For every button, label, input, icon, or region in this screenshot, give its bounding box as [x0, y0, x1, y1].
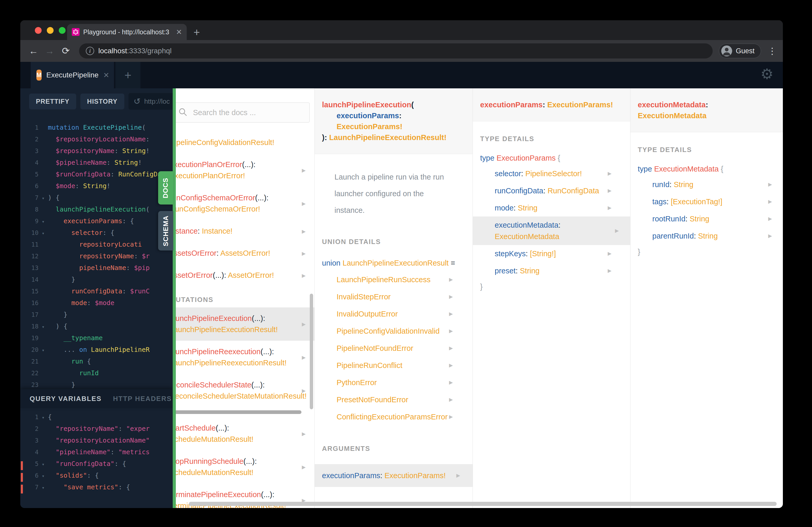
- expand-arrow-icon[interactable]: ▶: [449, 374, 453, 391]
- expand-arrow-icon[interactable]: ▶: [768, 179, 772, 190]
- expand-arrow-icon[interactable]: ▶: [449, 322, 453, 340]
- query-editor[interactable]: 1mutation ExecutePipeline(2 $repositoryL…: [20, 114, 173, 389]
- fold-toggle-icon[interactable]: ▾: [39, 230, 48, 236]
- back-icon[interactable]: ←: [27, 45, 41, 56]
- expand-arrow-icon[interactable]: ▶: [456, 470, 460, 481]
- reload-icon[interactable]: ⟳: [59, 45, 73, 56]
- editor-line[interactable]: 8 launchPipelineExecution(: [20, 206, 173, 217]
- editor-line[interactable]: 22 runId: [20, 369, 173, 381]
- tab-close-icon[interactable]: ✕: [176, 28, 182, 36]
- fold-toggle-icon[interactable]: ▾: [39, 219, 48, 224]
- expand-arrow-icon[interactable]: ▶: [302, 226, 306, 237]
- type-field-item[interactable]: tags: [ExecutionTag!]▶: [638, 193, 775, 210]
- editor-line[interactable]: 21 run {: [20, 358, 173, 369]
- fold-toggle-icon[interactable]: ▾: [39, 473, 48, 479]
- expand-arrow-icon[interactable]: ▶: [302, 319, 306, 330]
- expand-arrow-icon[interactable]: ▶: [302, 385, 306, 396]
- doc-field-item[interactable]: assetOrError(...): AssetOrError!▶: [176, 264, 315, 286]
- expand-arrow-icon[interactable]: ▶: [608, 168, 611, 179]
- type-field-item[interactable]: runId: String▶: [638, 176, 775, 193]
- expand-arrow-icon[interactable]: ▶: [768, 230, 772, 242]
- doc-field-item[interactable]: assetsOrError: AssetsOrError!▶: [176, 242, 315, 264]
- editor-line[interactable]: 12 repositoryName: $r: [20, 252, 173, 264]
- window-controls[interactable]: [35, 27, 66, 34]
- type-field-item[interactable]: selector: PipelineSelector!▶: [480, 165, 623, 182]
- editor-line[interactable]: 10▾ selector: {: [20, 229, 173, 241]
- editor-line[interactable]: 1▾{: [20, 413, 173, 425]
- variables-editor[interactable]: 1▾{2 "repositoryName": "exper3 "reposito…: [20, 408, 173, 508]
- union-member-item[interactable]: InvalidOutputError▶: [322, 305, 465, 322]
- fold-toggle-icon[interactable]: ▾: [39, 324, 48, 330]
- doc-field-item[interactable]: startSchedule(...):ScheduleMutationResul…: [176, 417, 315, 450]
- expand-arrow-icon[interactable]: ▶: [449, 408, 453, 425]
- expand-arrow-icon[interactable]: ▶: [302, 462, 306, 473]
- expand-arrow-icon[interactable]: ▶: [302, 270, 306, 281]
- expand-arrow-icon[interactable]: ▶: [449, 305, 453, 322]
- search-input[interactable]: [192, 108, 303, 117]
- http-headers-tab[interactable]: HTTP HEADERS: [113, 395, 172, 403]
- doc-field-item[interactable]: launchPipelineExecution(...):LaunchPipel…: [176, 307, 315, 341]
- type-field-item[interactable]: mode: String▶: [480, 199, 623, 216]
- docs-horizontal-scrollbar[interactable]: [189, 502, 777, 506]
- doc-field-item[interactable]: runConfigSchemaOrError(...):RunConfigSch…: [176, 187, 315, 220]
- type-field-item[interactable]: stepKeys: [String!]▶: [480, 245, 623, 262]
- doc-field-item[interactable]: executionPlanOrError(...):ExecutionPlanO…: [176, 154, 315, 187]
- editor-line[interactable]: 20▾ ... on LaunchPipelineR: [20, 346, 173, 358]
- history-button[interactable]: HISTORY: [81, 93, 124, 109]
- new-tab-button[interactable]: +: [193, 27, 200, 38]
- query-tab-close-icon[interactable]: ✕: [103, 71, 109, 79]
- editor-line[interactable]: 3 $repositoryName: String!: [20, 147, 173, 159]
- docs-drag-handle[interactable]: DOCS SCHEMA: [173, 88, 176, 508]
- minimize-window-button[interactable]: [47, 27, 54, 34]
- settings-gear-icon[interactable]: ⚙: [760, 65, 773, 82]
- expand-arrow-icon[interactable]: ▶: [608, 248, 611, 259]
- editor-line[interactable]: 9▾ executionParams: {: [20, 217, 173, 229]
- expand-arrow-icon[interactable]: ▶: [302, 165, 306, 176]
- fold-toggle-icon[interactable]: ▾: [39, 415, 48, 420]
- type-field-item[interactable]: rootRunId: String▶: [638, 210, 775, 227]
- union-member-item[interactable]: PipelineNotFoundError▶: [322, 340, 465, 357]
- union-member-item[interactable]: ConflictingExecutionParamsError▶: [322, 408, 465, 425]
- docs-side-tab[interactable]: DOCS: [158, 171, 173, 205]
- editor-line[interactable]: 18▾ ) {: [20, 322, 173, 334]
- refresh-endpoint-icon[interactable]: ↺: [134, 96, 141, 106]
- argument-item[interactable]: executionParams: ExecutionParams!▶: [315, 464, 473, 487]
- docs-search[interactable]: [176, 102, 310, 123]
- editor-line[interactable]: 5 $runConfigData: RunConfigData: [20, 170, 173, 182]
- fold-toggle-icon[interactable]: ▾: [39, 485, 48, 491]
- union-member-item[interactable]: LaunchPipelineRunSuccess▶: [322, 271, 465, 288]
- doc-field-item[interactable]: launchPipelineReexecution(...):LaunchPip…: [176, 341, 315, 374]
- editor-line[interactable]: 7▾) {: [20, 194, 173, 206]
- schema-side-tab[interactable]: SCHEMA: [158, 211, 173, 251]
- union-member-item[interactable]: InvalidStepError▶: [322, 288, 465, 305]
- maximize-window-button[interactable]: [59, 27, 66, 34]
- editor-line[interactable]: 17 }: [20, 311, 173, 322]
- editor-line[interactable]: 2 "repositoryName": "exper: [20, 425, 173, 437]
- doc-field-item[interactable]: reconcileSchedulerState(...):ReconcileSc…: [176, 374, 315, 407]
- expand-arrow-icon[interactable]: ▶: [608, 265, 611, 276]
- editor-line[interactable]: 13 pipelineName: $pip: [20, 264, 173, 276]
- editor-line[interactable]: 7▾ "save metrics": {: [20, 483, 173, 495]
- expand-arrow-icon[interactable]: ▶: [608, 202, 611, 214]
- expand-arrow-icon[interactable]: ▶: [449, 288, 453, 305]
- close-window-button[interactable]: [35, 27, 42, 34]
- expand-arrow-icon[interactable]: ▶: [302, 352, 306, 363]
- expand-arrow-icon[interactable]: ▶: [768, 196, 772, 207]
- fold-toggle-icon[interactable]: ▾: [39, 195, 48, 201]
- editor-line[interactable]: 16 mode: $mode: [20, 299, 173, 311]
- type-field-item[interactable]: executionMetadata:ExecutionMetadata▶: [473, 216, 630, 245]
- query-tab[interactable]: M ExecutePipeline ✕: [31, 62, 114, 88]
- query-variables-tab[interactable]: QUERY VARIABLES: [30, 395, 102, 403]
- type-field-item[interactable]: parentRunId: String▶: [638, 227, 775, 244]
- editor-line[interactable]: 6▾ "solids": {: [20, 472, 173, 483]
- type-field-item[interactable]: runConfigData: RunConfigData▶: [480, 182, 623, 199]
- editor-line[interactable]: 5▾ "runConfigData": {: [20, 460, 173, 472]
- url-bar[interactable]: i localhost:3333/graphql: [79, 43, 713, 59]
- doc-field-item[interactable]: PipelineConfigValidationResult!: [176, 132, 315, 154]
- union-member-item[interactable]: PipelineConfigValidationInvalid▶: [322, 322, 465, 340]
- expand-arrow-icon[interactable]: ▶: [302, 198, 306, 209]
- forward-icon[interactable]: →: [43, 45, 57, 56]
- browser-menu-icon[interactable]: ⋮: [768, 46, 777, 56]
- column-horizontal-scrollbar[interactable]: [176, 410, 302, 414]
- editor-line[interactable]: 2 $repositoryLocationName:: [20, 135, 173, 147]
